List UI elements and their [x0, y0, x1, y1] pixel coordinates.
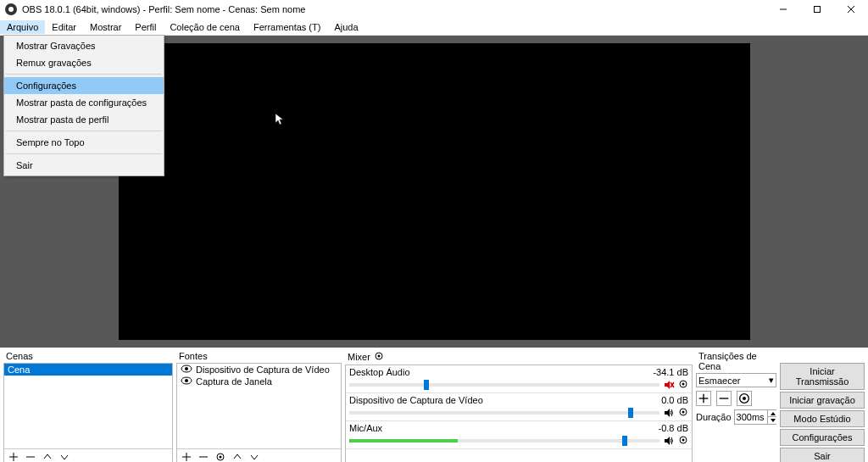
fonte-row[interactable]: Dispositivo de Captura de Vídeo [177, 364, 341, 376]
spin-down-icon[interactable] [768, 417, 776, 424]
fonte-up-button[interactable] [231, 451, 243, 463]
svg-point-25 [682, 439, 685, 442]
svg-point-17 [377, 355, 380, 358]
app-icon [5, 3, 17, 15]
fonte-add-button[interactable] [181, 451, 192, 463]
iniciar-gravacao-button[interactable]: Iniciar gravação [780, 392, 865, 409]
gear-icon[interactable] [678, 435, 688, 447]
fontes-panel: Fontes Dispositivo de Captura de Vídeo C… [176, 349, 342, 462]
speaker-muted-icon[interactable] [663, 379, 675, 391]
cenas-panel: Cenas Cena [3, 349, 173, 462]
actions-panel: Iniciar Transmissão Iniciar gravação Mod… [780, 349, 865, 462]
cena-add-button[interactable] [8, 451, 19, 463]
dd-sair[interactable]: Sair [4, 157, 164, 174]
mixer-db: -0.8 dB [659, 423, 688, 433]
fonte-down-button[interactable] [248, 451, 260, 463]
menu-ajuda[interactable]: Ajuda [327, 20, 364, 34]
cena-up-button[interactable] [42, 451, 53, 463]
cena-row[interactable]: Cena [4, 364, 172, 376]
dd-mostrar-pasta-config[interactable]: Mostrar pasta de configurações [4, 94, 164, 111]
cenas-header: Cenas [3, 349, 173, 363]
cursor-icon [275, 113, 285, 128]
duracao-spinner[interactable] [734, 409, 776, 425]
svg-point-15 [220, 455, 222, 458]
arquivo-dropdown: Mostrar Gravações Remux gravações Config… [3, 35, 164, 176]
dd-sep [6, 153, 162, 154]
transicao-settings-button[interactable] [737, 391, 752, 406]
maximize-button[interactable] [800, 0, 834, 19]
svg-point-21 [682, 383, 685, 386]
fontes-header: Fontes [176, 349, 342, 363]
mixer-name: Desktop Áudio [349, 367, 410, 377]
menu-mostrar[interactable]: Mostrar [83, 20, 128, 34]
mixer-entry: Desktop Áudio-34.1 dB [346, 365, 692, 393]
svg-point-10 [185, 379, 188, 382]
fonte-label: Dispositivo de Captura de Vídeo [196, 365, 330, 375]
menu-arquivo[interactable]: Arquivo [0, 20, 45, 34]
mixer-name: Mic/Aux [349, 423, 382, 433]
menu-editar[interactable]: Editar [45, 20, 83, 34]
mixer-entry: Dispositivo de Captura de Vídeo0.0 dB [346, 393, 692, 421]
menu-perfil[interactable]: Perfil [128, 20, 163, 34]
mixer-db: 0.0 dB [661, 395, 688, 405]
menu-bar: Arquivo Editar Mostrar Perfil Coleção de… [0, 19, 868, 36]
configuracoes-button[interactable]: Configurações [780, 429, 865, 446]
gear-icon[interactable] [374, 351, 384, 363]
sair-button[interactable]: Sair [780, 448, 865, 462]
dd-mostrar-gravacoes[interactable]: Mostrar Gravações [4, 37, 164, 54]
dd-sep [6, 74, 162, 75]
dd-remux[interactable]: Remux gravações [4, 54, 164, 71]
dd-sep [6, 131, 162, 131]
svg-point-30 [743, 397, 746, 400]
speaker-icon[interactable] [663, 407, 675, 419]
mixer-name: Dispositivo de Captura de Vídeo [349, 395, 483, 405]
dd-sempre-topo[interactable]: Sempre no Topo [4, 134, 164, 151]
cena-remove-button[interactable] [25, 451, 36, 463]
preview-canvas[interactable] [119, 43, 750, 340]
transicao-selected: Esmaecer [698, 376, 741, 386]
mixer-entry: Mic/Aux-0.8 dB [346, 421, 692, 449]
actions-header [780, 349, 865, 363]
mixer-label: Mixer [348, 352, 370, 362]
menu-ferramentas[interactable]: Ferramentas (T) [247, 20, 327, 34]
speaker-icon[interactable] [663, 435, 675, 447]
svg-point-23 [682, 411, 685, 414]
transicao-remove-button[interactable] [716, 391, 732, 406]
transicoes-header: Transições de Cena [696, 349, 776, 373]
cena-down-button[interactable] [58, 451, 70, 463]
duracao-input[interactable] [735, 412, 767, 422]
fonte-label: Captura de Janela [196, 376, 272, 387]
menu-colecao[interactable]: Coleção de cena [163, 20, 247, 34]
fonte-remove-button[interactable] [198, 451, 209, 463]
transicoes-panel: Transições de Cena Esmaecer ▾ Duração [696, 349, 776, 462]
spin-up-icon[interactable] [768, 410, 776, 417]
dd-configuracoes[interactable]: Configurações [4, 77, 164, 94]
gear-icon[interactable] [678, 407, 688, 419]
chevron-down-icon: ▾ [769, 375, 774, 386]
eye-icon[interactable] [181, 365, 192, 375]
close-button[interactable] [834, 0, 868, 19]
mixer-slider[interactable] [349, 439, 659, 443]
fonte-settings-button[interactable] [214, 451, 226, 463]
mixer-panel: Mixer Desktop Áudio-34.1 dBDispositivo d… [345, 349, 693, 462]
minimize-button[interactable] [766, 0, 800, 19]
transicao-select[interactable]: Esmaecer ▾ [696, 373, 776, 387]
mixer-slider[interactable] [349, 411, 659, 415]
window-title: OBS 18.0.1 (64bit, windows) - Perfil: Se… [22, 4, 305, 14]
modo-estudio-button[interactable]: Modo Estúdio [780, 410, 865, 427]
iniciar-transmissao-button[interactable]: Iniciar Transmissão [780, 363, 865, 390]
dd-mostrar-pasta-perfil[interactable]: Mostrar pasta de perfil [4, 111, 164, 128]
transicao-add-button[interactable] [696, 391, 711, 406]
svg-point-8 [185, 367, 188, 370]
svg-rect-1 [815, 7, 821, 13]
mixer-db: -34.1 dB [653, 367, 688, 377]
duracao-label: Duração [696, 412, 732, 422]
fonte-row[interactable]: Captura de Janela [177, 376, 341, 387]
mixer-slider[interactable] [349, 383, 659, 387]
title-bar: OBS 18.0.1 (64bit, windows) - Perfil: Se… [0, 0, 868, 19]
eye-icon[interactable] [181, 376, 192, 387]
mixer-header: Mixer [345, 349, 693, 365]
gear-icon[interactable] [678, 379, 688, 391]
